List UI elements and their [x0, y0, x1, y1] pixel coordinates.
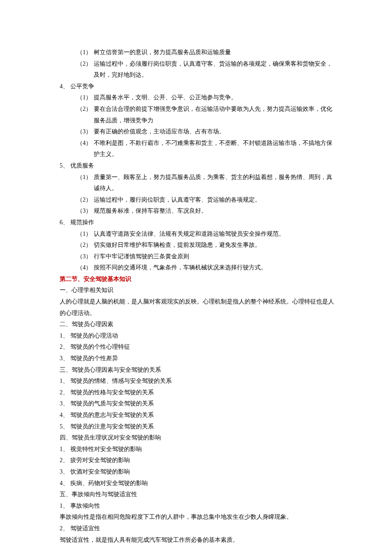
sub-list-item: （2）要在合法合理的前提下增强竞争意识，在运输活动中要敢为人先，努力提高运输效率… [60, 104, 337, 126]
paragraph-text: 3、 饮酒对安全驾驶的影响 [60, 466, 337, 478]
section-heading: 第二节、安全驾驶基本知识 [60, 274, 337, 285]
sub-list-item: （1）认真遵守道路安全法律、法规有关规定和道路运输驾驶员安全操作规范。 [60, 228, 337, 240]
sub-list-item: （1）质量第一、顾客至上，努力提高服务品质，为乘客、货主的利益着想，服务热情、周… [60, 172, 337, 194]
sub-item-number: （1） [77, 92, 94, 104]
sub-item-text: 运输过程中，履行岗位职责，认真遵守客、货运输的各项规定。 [94, 197, 261, 203]
sub-item-text: 按照不同的交通环境，气象条件，车辆机械状况来选择行驶方式。 [94, 264, 267, 271]
sub-item-number: （4） [77, 138, 94, 149]
sub-item-text: 不唯利是图，不欺行霸市，不刁难乘客和货主，不垄断、不封锁道路运输市场，不搞地方保… [94, 140, 332, 158]
sub-item-text: 要在合法合理的前提下增强竞争意识，在运输活动中要敢为人先，努力提高运输效率，优化… [94, 106, 332, 124]
sub-item-number: （3） [77, 126, 94, 138]
document-content: （1）树立信誉第一的意识，努力提高服务品质和运输质量（2）运输过程中，必须履行岗… [60, 47, 337, 546]
sub-item-number: （2） [77, 240, 94, 251]
sub-item-number: （2） [77, 194, 94, 206]
paragraph-text: 五、事故倾向性与驾驶适宜性 [60, 489, 337, 500]
sub-item-text: 规范服务标准，保持车容整洁、车况良好。 [94, 208, 207, 214]
paragraph-text: 5、 驾驶员的注意与安全驾驶的关系 [60, 421, 337, 433]
sub-list-item: （3）行车中牢记谨慎驾驶的三条黄金原则 [60, 251, 337, 263]
sub-item-text: 提高服务水平，文明、公开、公平、公正地参与竞争。 [94, 94, 237, 101]
paragraph-text: 2、 驾驶员的性格与安全驾驶的关系 [60, 387, 337, 399]
paragraph-text: 四、驾驶员生理状况对安全驾驶的影响 [60, 432, 337, 444]
paragraph-text: 事故倾向性是指在相同危险程度下工作的人群中，事故总集中地发生在少数人身睥现象。 [60, 512, 337, 523]
numbered-item: 6、 规范操作 [60, 217, 337, 228]
sub-item-text: 认真遵守道路安全法律、法规有关规定和道路运输驾驶员安全操作规范。 [94, 231, 285, 237]
sub-item-number: （1） [77, 228, 94, 240]
paragraph-text: 3、 驾驶员的气质与安全驾驶的关系 [60, 398, 337, 410]
sub-item-text: 质量第一、顾客至上，努力提高服务品质，为乘客、货主的利益着想，服务热情、周到，真… [94, 174, 332, 192]
paragraph-text: 4、 疾病、药物对安全驾驶的影响 [60, 478, 337, 489]
sub-item-text: 要有正确的价值观念，主动适应市场、占有市场。 [94, 128, 225, 135]
sub-item-number: （2） [77, 104, 94, 115]
sub-item-text: 切实做好日常维护和车辆检查，提前发现隐患，避免发生事故。 [94, 242, 261, 248]
sub-item-number: （3） [77, 205, 94, 217]
paragraph-text: 1、 驾驶员的心理活动 [60, 330, 337, 342]
sub-list-item: （3）规范服务标准，保持车容整洁、车况良好。 [60, 205, 337, 217]
sub-list-item: （1）树立信誉第一的意识，努力提高服务品质和运输质量 [60, 47, 337, 58]
paragraph-text: 人的心理就是人脑的机能，是人脑对客观现实的反映。心理机制是指人的整个神经系统。心… [60, 296, 337, 319]
sub-list-item: （2）运输过程中，必须履行岗位职责，认真遵守客、货运输的各项规定，确保乘客和货物… [60, 58, 337, 81]
sub-item-text: 运输过程中，必须履行岗位职责，认真遵守客、货运输的各项规定，确保乘客和货物安全，… [94, 61, 332, 78]
sub-list-item: （4）按照不同的交通环境，气象条件，车辆机械状况来选择行驶方式。 [60, 262, 337, 274]
paragraph-text: 1、 视觉特性对安全驾驶的影响 [60, 444, 337, 455]
sub-item-text: 行车中牢记谨慎驾驶的三条黄金原则 [94, 253, 189, 260]
paragraph-text: 4、 驾驶员的意志与安全驾驶的关系 [60, 410, 337, 421]
paragraph-text: 1、 事故倾向性 [60, 500, 337, 512]
sub-item-number: （3） [77, 251, 94, 263]
paragraph-text: 二、驾驶员心理因素 [60, 319, 337, 330]
sub-list-item: （2）切实做好日常维护和车辆检查，提前发现隐患，避免发生事故。 [60, 240, 337, 251]
paragraph-text: 驾驶适宜性，就是指人具有能完成汽车驾驶工作所必备的基本素质。 [60, 535, 337, 546]
paragraph-text: 1、 驾驶员的情绪、情感与安全驾驶的关系 [60, 376, 337, 387]
sub-item-number: （1） [77, 47, 94, 58]
sub-item-number: （4） [77, 262, 94, 274]
sub-list-item: （3）要有正确的价值观念，主动适应市场、占有市场。 [60, 126, 337, 138]
numbered-item: 5、 优质服务 [60, 160, 337, 172]
paragraph-text: 三、驾驶员心理因素与安全驾驶的关系 [60, 364, 337, 376]
paragraph-text: 2、 驾驶员的个性心理特征 [60, 341, 337, 353]
paragraph-text: 一、心理学相关知识 [60, 285, 337, 296]
paragraph-text: 3、 驾驶员的个性差异 [60, 353, 337, 364]
paragraph-text: 2、 疲劳对安全驾驶的影响 [60, 455, 337, 466]
sub-item-number: （1） [77, 172, 94, 183]
numbered-item: 4、 公平竞争 [60, 81, 337, 92]
sub-list-item: （1）提高服务水平，文明、公开、公平、公正地参与竞争。 [60, 92, 337, 104]
sub-item-number: （2） [77, 58, 94, 70]
sub-item-text: 树立信誉第一的意识，努力提高服务品质和运输质量 [94, 49, 231, 55]
paragraph-text: 2、 驾驶适宜性 [60, 523, 337, 535]
sub-list-item: （4）不唯利是图，不欺行霸市，不刁难乘客和货主，不垄断、不封锁道路运输市场，不搞… [60, 138, 337, 160]
sub-list-item: （2）运输过程中，履行岗位职责，认真遵守客、货运输的各项规定。 [60, 194, 337, 206]
